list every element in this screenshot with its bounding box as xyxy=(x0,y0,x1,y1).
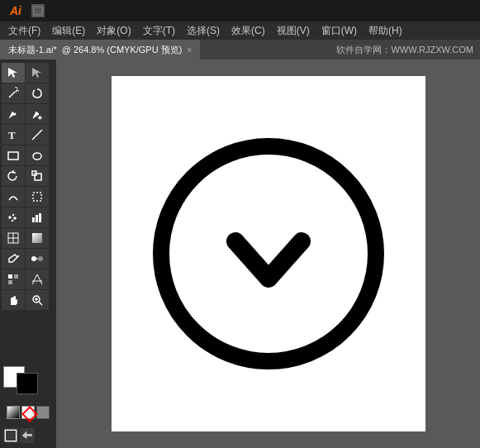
svg-rect-42 xyxy=(5,430,16,441)
tab-info: @ 264.8% (CMYK/GPU 预览) xyxy=(62,44,183,56)
svg-point-30 xyxy=(38,256,43,261)
menu-item[interactable]: 文件(F) xyxy=(3,22,45,40)
tool-row-warp xyxy=(2,187,55,207)
svg-line-39 xyxy=(39,302,42,305)
menu-item[interactable]: 效果(C) xyxy=(226,22,270,40)
tab-label: 未标题-1.ai* xyxy=(8,44,57,56)
tool-row-hand xyxy=(2,290,55,310)
svg-line-36 xyxy=(37,274,42,284)
svg-point-19 xyxy=(14,217,17,220)
gradient-swatch[interactable] xyxy=(7,406,20,419)
ellipse-tool[interactable] xyxy=(26,145,49,165)
tab-bar: 未标题-1.ai* @ 264.8% (CMYK/GPU 预览) × 软件自学网… xyxy=(0,40,480,60)
perspective-grid-tool[interactable] xyxy=(26,269,49,289)
menu-item[interactable]: 帮助(H) xyxy=(364,22,407,40)
scale-tool[interactable] xyxy=(26,166,49,186)
menu-item[interactable]: 编辑(E) xyxy=(47,22,90,40)
svg-rect-14 xyxy=(35,174,41,180)
column-graph-tool[interactable] xyxy=(26,207,49,227)
ai-logo: Ai xyxy=(5,2,26,19)
svg-rect-34 xyxy=(8,280,12,284)
svg-point-8 xyxy=(14,113,17,116)
eyedropper-tool[interactable] xyxy=(2,249,25,269)
fill-swatch[interactable] xyxy=(17,373,38,394)
svg-point-13 xyxy=(33,153,41,160)
line-tool[interactable] xyxy=(26,125,49,145)
svg-rect-0 xyxy=(34,7,42,15)
tool-row-symbol xyxy=(2,207,55,227)
selection-tool[interactable] xyxy=(2,63,25,83)
menu-item[interactable]: 文字(T) xyxy=(138,22,180,40)
clock-graphic xyxy=(145,130,392,378)
blend-tool[interactable] xyxy=(26,249,49,269)
svg-line-35 xyxy=(32,274,37,284)
svg-line-5 xyxy=(17,88,17,88)
main-area: + T xyxy=(0,60,480,448)
add-anchor-tool[interactable]: + xyxy=(26,104,49,124)
lasso-tool[interactable] xyxy=(26,83,49,103)
svg-point-20 xyxy=(12,220,13,222)
svg-rect-33 xyxy=(14,274,18,279)
color-area xyxy=(2,363,55,422)
symbol-spray-tool[interactable] xyxy=(2,207,25,227)
svg-rect-22 xyxy=(36,215,38,222)
svg-rect-16 xyxy=(33,193,41,201)
clock-svg xyxy=(145,130,392,378)
tool-row-wand xyxy=(2,83,55,103)
type-tool[interactable]: T xyxy=(2,125,25,145)
svg-rect-32 xyxy=(8,274,12,279)
artboards-button[interactable] xyxy=(3,428,18,443)
title-bar-icon xyxy=(31,4,45,17)
svg-point-43 xyxy=(161,146,376,361)
svg-point-29 xyxy=(31,256,36,261)
swap-colors-button[interactable] xyxy=(20,428,35,443)
direct-selection-tool[interactable] xyxy=(26,63,49,83)
free-transform-tool[interactable] xyxy=(26,187,49,207)
title-bar: Ai xyxy=(0,0,480,21)
svg-rect-21 xyxy=(32,217,35,222)
warp-tool[interactable] xyxy=(2,187,25,207)
svg-rect-27 xyxy=(32,233,42,243)
rectangle-tool[interactable] xyxy=(2,145,25,165)
gradient-tool[interactable] xyxy=(26,228,49,248)
magic-wand-tool[interactable] xyxy=(2,83,25,103)
svg-point-18 xyxy=(12,214,14,216)
canvas-area xyxy=(56,60,480,448)
color-mode-swatch[interactable] xyxy=(36,406,50,419)
menu-bar: 文件(F)编辑(E)对象(O)文字(T)选择(S)效果(C)视图(V)窗口(W)… xyxy=(0,21,480,40)
mesh-tool[interactable] xyxy=(2,228,25,248)
tab-right-text: 软件自学网：WWW.RJZXW.COM xyxy=(336,40,480,60)
svg-rect-12 xyxy=(8,152,18,160)
svg-text:T: T xyxy=(8,129,16,141)
toolbar: + T xyxy=(0,60,56,448)
svg-text:+: + xyxy=(38,114,42,121)
svg-point-17 xyxy=(9,217,12,219)
zoom-tool[interactable] xyxy=(26,290,49,310)
hand-tool[interactable] xyxy=(2,290,25,310)
tool-row-mesh xyxy=(2,228,55,248)
svg-rect-23 xyxy=(39,213,41,222)
menu-item[interactable]: 选择(S) xyxy=(182,22,225,40)
svg-line-28 xyxy=(17,255,19,257)
menu-item[interactable]: 视图(V) xyxy=(272,22,315,40)
tab-close-button[interactable]: × xyxy=(187,45,192,55)
svg-marker-2 xyxy=(32,68,41,78)
artboard xyxy=(112,76,425,431)
tool-row-livepaint xyxy=(2,269,55,289)
svg-marker-4 xyxy=(15,89,18,93)
tool-row-eyedropper xyxy=(2,249,55,269)
tool-row-transform xyxy=(2,166,55,186)
menu-item[interactable]: 对象(O) xyxy=(92,22,135,40)
none-swatch[interactable] xyxy=(21,406,35,419)
rotate-tool[interactable] xyxy=(2,166,25,186)
menu-item[interactable]: 窗口(W) xyxy=(316,22,362,40)
color-swatches xyxy=(3,366,53,403)
pen-tool[interactable] xyxy=(2,104,25,124)
active-tab[interactable]: 未标题-1.ai* @ 264.8% (CMYK/GPU 预览) × xyxy=(0,40,200,60)
tool-row-shape xyxy=(2,145,55,165)
tool-row-selection xyxy=(2,63,55,83)
tool-row-type: T xyxy=(2,125,55,145)
svg-marker-1 xyxy=(8,68,17,78)
svg-line-11 xyxy=(32,130,42,140)
live-paint-tool[interactable] xyxy=(2,269,25,289)
